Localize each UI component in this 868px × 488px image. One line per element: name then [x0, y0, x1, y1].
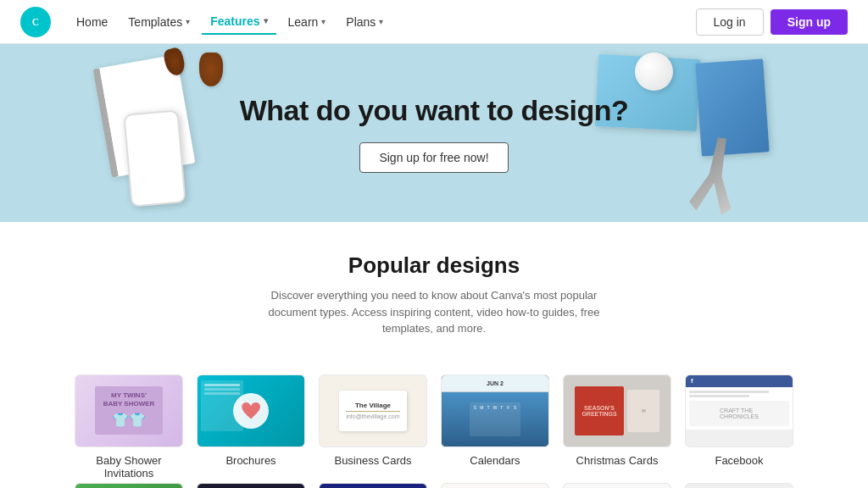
phone-decoration [123, 109, 186, 207]
scissors-decoration [688, 134, 743, 216]
hero-content: What do you want to design? Sign up for … [240, 94, 629, 173]
design-thumb-christmas-cards: SEASON'S GREETINGS ✉ [563, 374, 671, 447]
design-item-baby-shower[interactable]: MY TWINS' BABY SHOWER 👕👕 Baby Shower Inv… [75, 374, 183, 480]
design-label-business-cards: Business Cards [334, 454, 411, 467]
design-label-facebook: Facebook [715, 454, 763, 467]
design-label-baby-shower: Baby Shower Invitations [75, 454, 183, 480]
nav-learn[interactable]: Learn ▾ [280, 10, 335, 34]
canva-logo[interactable]: C [20, 7, 51, 37]
chevron-down-icon: ▾ [186, 17, 190, 26]
design-thumb-brochures [197, 374, 305, 447]
notebook-decoration [92, 54, 195, 177]
design-thumb-instagram: 📱 [197, 483, 305, 489]
design-item-facebook[interactable]: f CRAFT THECHRONICLES Facebook [685, 374, 793, 480]
chevron-down-icon: ▾ [264, 16, 268, 25]
pinecone-decoration [199, 53, 223, 86]
design-thumb-invitations: 09 27 '18 [319, 483, 427, 489]
chevron-down-icon: ▾ [379, 17, 383, 26]
design-thumb-flyers: OPENTRYOUTS [75, 483, 183, 489]
nav-buttons: Log in Sign up [696, 8, 848, 36]
design-grid-row1: MY TWINS' BABY SHOWER 👕👕 Baby Shower Inv… [0, 374, 868, 480]
design-item-business-cards[interactable]: The Village info@thevillage.com Business… [319, 374, 427, 480]
login-button[interactable]: Log in [696, 8, 764, 36]
hero-section: What do you want to design? Sign up for … [0, 44, 868, 222]
popular-title: Popular designs [20, 252, 848, 279]
design-thumb-logos: SALESAWARD [563, 483, 671, 489]
chevron-down-icon: ▾ [321, 17, 326, 26]
design-item-flyers[interactable]: OPENTRYOUTS Flyers [75, 483, 183, 489]
design-item-menus[interactable]: Menus [685, 483, 793, 489]
sphere-decoration [635, 53, 673, 91]
design-item-brochures[interactable]: Brochures [197, 374, 305, 480]
nav-links: Home Templates ▾ Features ▾ Learn ▾ Plan… [68, 9, 696, 35]
design-item-invitations[interactable]: 09 27 '18 Invitations [319, 483, 427, 489]
hero-title: What do you want to design? [240, 94, 629, 127]
hero-cta-button[interactable]: Sign up for free now! [359, 142, 508, 173]
design-thumb-facebook: f CRAFT THECHRONICLES [685, 374, 793, 447]
pinecone2-decoration [162, 47, 187, 78]
svg-text:C: C [32, 16, 39, 26]
design-label-christmas-cards: Christmas Cards [576, 454, 659, 467]
design-thumb-menus [685, 483, 793, 489]
nav-home[interactable]: Home [68, 10, 116, 34]
design-thumb-letterhead: LESLIES [441, 483, 549, 489]
nav-plans[interactable]: Plans ▾ [337, 10, 392, 34]
design-label-brochures: Brochures [225, 454, 275, 467]
design-item-instagram[interactable]: 📱 Instagram Posts [197, 483, 305, 489]
design-grid-row2: OPENTRYOUTS Flyers 📱 Instagram Posts 09 … [0, 480, 868, 489]
popular-description: Discover everything you need to know abo… [256, 287, 612, 337]
navbar: C Home Templates ▾ Features ▾ Learn ▾ Pl… [0, 0, 868, 44]
popular-designs-section: Popular designs Discover everything you … [0, 222, 868, 374]
book-decoration [695, 58, 769, 156]
design-label-calendars: Calendars [470, 454, 520, 467]
design-item-logos[interactable]: SALESAWARD Logos [563, 483, 671, 489]
design-thumb-baby-shower: MY TWINS' BABY SHOWER 👕👕 [75, 374, 183, 447]
design-item-letterhead[interactable]: LESLIES Letterhead [441, 483, 549, 489]
design-thumb-calendars: JUN 2 S M T W T F S [441, 374, 549, 447]
design-item-christmas-cards[interactable]: SEASON'S GREETINGS ✉ Christmas Cards [563, 374, 671, 480]
signup-button[interactable]: Sign up [771, 9, 848, 35]
design-item-calendars[interactable]: JUN 2 S M T W T F S Calendars [441, 374, 549, 480]
design-thumb-business-cards: The Village info@thevillage.com [319, 374, 427, 447]
nav-templates[interactable]: Templates ▾ [120, 10, 198, 34]
nav-features[interactable]: Features ▾ [202, 9, 275, 35]
